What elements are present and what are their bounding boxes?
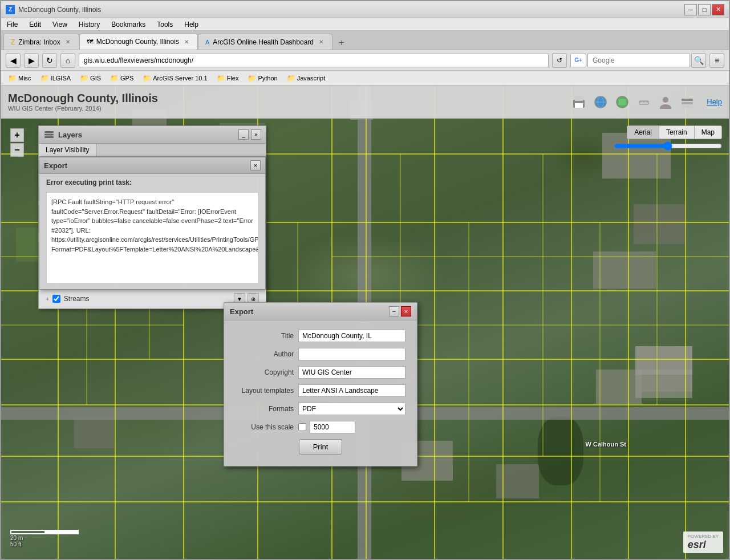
layers-close-button[interactable]: × <box>251 129 261 140</box>
bookmark-javascript[interactable]: 📁 Javascript <box>285 73 328 83</box>
street-label-calhoun: W Calhoun St <box>586 441 627 448</box>
layers-panel-icon <box>43 129 55 140</box>
menu-icon[interactable]: ≡ <box>709 53 724 68</box>
zoom-out-button[interactable]: − <box>10 143 24 157</box>
export-error-close-button[interactable]: × <box>250 160 261 171</box>
tab-mcdonough[interactable]: 🗺 McDonough County, Illinois ✕ <box>79 34 198 50</box>
basemap-terrain-button[interactable]: Terrain <box>659 126 695 139</box>
help-link[interactable]: Help <box>707 98 722 106</box>
toolbar-avatar-icon[interactable] <box>656 93 675 111</box>
home-button[interactable]: ⌂ <box>60 53 75 68</box>
window-controls: ─ □ ✕ <box>684 4 724 15</box>
menu-bookmarks[interactable]: Bookmarks <box>108 19 149 30</box>
python-folder-icon: 📁 <box>248 74 256 82</box>
layers-tab-bar: Layer Visibility <box>39 144 266 157</box>
form-scale-label: Use this scale <box>236 423 298 431</box>
form-layout-input[interactable] <box>298 384 405 397</box>
toolbar-ruler-icon[interactable] <box>635 93 653 111</box>
forward-button[interactable]: ▶ <box>24 53 39 68</box>
bookmark-python-label: Python <box>258 75 277 82</box>
address-input[interactable] <box>79 54 549 67</box>
layers-panel-title: Layers <box>58 131 235 139</box>
menu-tools[interactable]: Tools <box>153 19 176 30</box>
zoom-in-button[interactable]: + <box>10 128 24 142</box>
search-button[interactable]: 🔍 <box>691 53 706 68</box>
basemap-buttons: Aerial Terrain Map <box>627 125 722 139</box>
svg-rect-31 <box>575 96 583 101</box>
back-button[interactable]: ◀ <box>6 53 21 68</box>
bookmark-gps[interactable]: 📁 GPS <box>108 73 136 83</box>
arcgis-tab-label: ArcGIS Online Health Dashboard <box>213 38 314 46</box>
arcgis-tab-icon: A <box>205 39 209 46</box>
bookmark-python[interactable]: 📁 Python <box>245 73 279 83</box>
layers-panel-controls: _ × <box>238 129 261 140</box>
svg-point-43 <box>663 97 668 103</box>
layers-panel-header[interactable]: Layers _ × <box>39 126 266 144</box>
form-author-label: Author <box>236 350 298 358</box>
basemap-opacity-slider[interactable] <box>614 141 722 151</box>
close-button[interactable]: ✕ <box>712 4 724 15</box>
menu-edit[interactable]: Edit <box>26 19 44 30</box>
layer-streams-checkbox[interactable] <box>52 295 60 303</box>
toolbar-globe-icon[interactable] <box>591 93 610 111</box>
menu-help[interactable]: Help <box>181 19 202 30</box>
map-title: McDonough County, Illinois <box>8 92 570 105</box>
layers-minimize-button[interactable]: _ <box>238 129 249 140</box>
bookmark-misc-label: Misc <box>18 75 31 82</box>
form-formats-label: Formats <box>236 405 298 413</box>
form-title-input[interactable] <box>298 330 405 342</box>
bookmark-arcgis-server-label: ArcGIS Server 10.1 <box>153 75 207 82</box>
basemap-map-button[interactable]: Map <box>695 126 721 139</box>
toolbar-layers2-icon[interactable] <box>678 93 696 111</box>
form-formats-select[interactable]: PDF PNG JPG <box>298 403 405 415</box>
title-bar: Z McDonough County, Illinois ─ □ ✕ <box>1 1 729 18</box>
export-error-title-label: Error executing print task: <box>43 176 262 189</box>
new-tab-button[interactable]: + <box>335 36 348 50</box>
menu-history[interactable]: History <box>75 19 103 30</box>
bookmark-gis-label: GIS <box>90 75 101 82</box>
form-scale-input[interactable] <box>310 421 355 433</box>
mcdonough-tab-close[interactable]: ✕ <box>182 38 190 46</box>
export-error-panel-header[interactable]: Export × <box>39 157 265 174</box>
bookmark-ilgisa[interactable]: 📁 ILGISA <box>38 73 73 83</box>
toolbar-map2-icon[interactable] <box>613 93 631 111</box>
form-author-input[interactable] <box>298 348 405 360</box>
form-row-title: Title <box>236 330 405 342</box>
layer-streams-name: Streams <box>64 295 230 303</box>
search-input[interactable] <box>587 54 690 67</box>
export-dialog-minimize-button[interactable]: − <box>389 306 399 316</box>
basemap-toggle: Aerial Terrain Map <box>614 125 722 151</box>
form-layout-label: Layout templates <box>236 387 298 395</box>
mcdonough-tab-icon: 🗺 <box>87 38 93 45</box>
tab-zimbra[interactable]: Z Zimbra: Inbox ✕ <box>3 34 79 50</box>
map-toolbar: Help <box>570 93 722 111</box>
layer-expand-icon[interactable]: + <box>46 296 49 302</box>
export-error-text[interactable]: [RPC Fault faultString="HTTP request err… <box>46 192 258 283</box>
form-scale-checkbox[interactable] <box>298 423 306 431</box>
form-copyright-input[interactable] <box>298 366 405 379</box>
bookmark-flex[interactable]: 📁 Flex <box>214 73 241 83</box>
maximize-button[interactable]: □ <box>698 4 711 15</box>
export-dialog-header[interactable]: Export − × <box>224 303 417 320</box>
basemap-aerial-button[interactable]: Aerial <box>627 126 659 139</box>
refresh-button[interactable]: ↺ <box>552 53 567 68</box>
arcgis-tab-close[interactable]: ✕ <box>317 38 325 46</box>
javascript-folder-icon: 📁 <box>287 74 295 82</box>
bookmark-arcgis-server[interactable]: 📁 ArcGIS Server 10.1 <box>140 73 209 83</box>
bookmark-misc[interactable]: 📁 Misc <box>6 73 34 83</box>
zimbra-tab-close[interactable]: ✕ <box>64 38 72 46</box>
layers-visibility-tab[interactable]: Layer Visibility <box>39 144 96 156</box>
menu-view[interactable]: View <box>49 19 71 30</box>
export-dialog-close-button[interactable]: × <box>401 306 411 316</box>
form-copyright-label: Copyright <box>236 368 298 376</box>
map-nav-controls: + − <box>10 128 24 157</box>
reload-button[interactable]: ↻ <box>42 53 57 68</box>
gps-folder-icon: 📁 <box>110 74 119 82</box>
bookmark-gis[interactable]: 📁 GIS <box>78 73 103 83</box>
tab-arcgis[interactable]: A ArcGIS Online Health Dashboard ✕ <box>198 34 332 50</box>
print-button[interactable]: Print <box>299 439 343 455</box>
minimize-button[interactable]: ─ <box>684 4 697 15</box>
export-dialog-title: Export <box>230 307 389 316</box>
menu-file[interactable]: File <box>3 19 21 30</box>
toolbar-print-icon[interactable] <box>570 93 588 111</box>
